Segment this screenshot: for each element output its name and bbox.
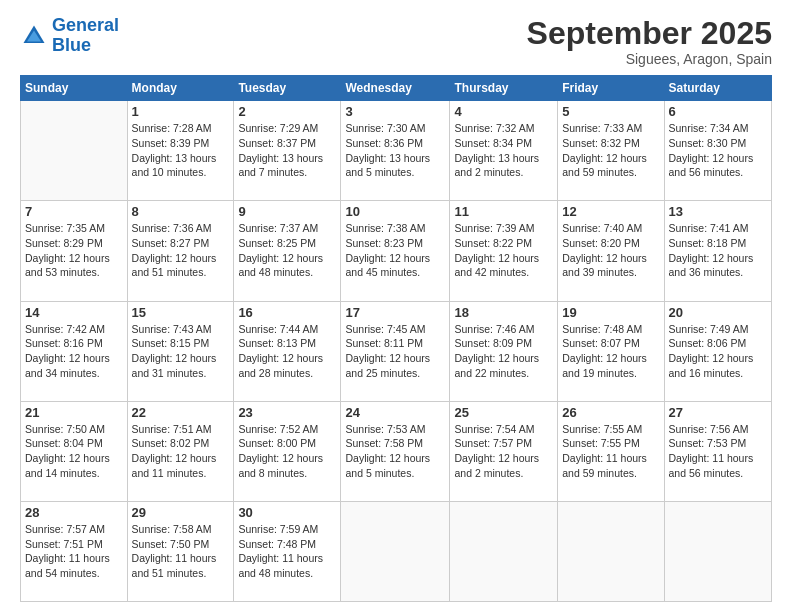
day-detail: Sunrise: 7:53 AM Sunset: 7:58 PM Dayligh… (345, 422, 445, 481)
calendar-cell: 9Sunrise: 7:37 AM Sunset: 8:25 PM Daylig… (234, 201, 341, 301)
week-row-4: 21Sunrise: 7:50 AM Sunset: 8:04 PM Dayli… (21, 401, 772, 501)
calendar-table: SundayMondayTuesdayWednesdayThursdayFrid… (20, 75, 772, 602)
day-detail: Sunrise: 7:56 AM Sunset: 7:53 PM Dayligh… (669, 422, 767, 481)
day-detail: Sunrise: 7:55 AM Sunset: 7:55 PM Dayligh… (562, 422, 659, 481)
day-header-monday: Monday (127, 76, 234, 101)
day-detail: Sunrise: 7:44 AM Sunset: 8:13 PM Dayligh… (238, 322, 336, 381)
calendar-cell: 5Sunrise: 7:33 AM Sunset: 8:32 PM Daylig… (558, 101, 664, 201)
calendar-cell: 4Sunrise: 7:32 AM Sunset: 8:34 PM Daylig… (450, 101, 558, 201)
calendar-cell: 22Sunrise: 7:51 AM Sunset: 8:02 PM Dayli… (127, 401, 234, 501)
day-number: 19 (562, 305, 659, 320)
day-detail: Sunrise: 7:39 AM Sunset: 8:22 PM Dayligh… (454, 221, 553, 280)
day-detail: Sunrise: 7:40 AM Sunset: 8:20 PM Dayligh… (562, 221, 659, 280)
day-number: 26 (562, 405, 659, 420)
day-number: 1 (132, 104, 230, 119)
day-detail: Sunrise: 7:54 AM Sunset: 7:57 PM Dayligh… (454, 422, 553, 481)
calendar-cell (21, 101, 128, 201)
day-number: 27 (669, 405, 767, 420)
header: General Blue September 2025 Siguees, Ara… (20, 16, 772, 67)
day-detail: Sunrise: 7:45 AM Sunset: 8:11 PM Dayligh… (345, 322, 445, 381)
day-number: 4 (454, 104, 553, 119)
day-detail: Sunrise: 7:49 AM Sunset: 8:06 PM Dayligh… (669, 322, 767, 381)
day-number: 6 (669, 104, 767, 119)
week-row-1: 1Sunrise: 7:28 AM Sunset: 8:39 PM Daylig… (21, 101, 772, 201)
calendar-cell: 17Sunrise: 7:45 AM Sunset: 8:11 PM Dayli… (341, 301, 450, 401)
calendar-cell: 25Sunrise: 7:54 AM Sunset: 7:57 PM Dayli… (450, 401, 558, 501)
day-detail: Sunrise: 7:50 AM Sunset: 8:04 PM Dayligh… (25, 422, 123, 481)
calendar-cell: 14Sunrise: 7:42 AM Sunset: 8:16 PM Dayli… (21, 301, 128, 401)
day-header-tuesday: Tuesday (234, 76, 341, 101)
day-detail: Sunrise: 7:41 AM Sunset: 8:18 PM Dayligh… (669, 221, 767, 280)
calendar-cell: 28Sunrise: 7:57 AM Sunset: 7:51 PM Dayli… (21, 501, 128, 601)
calendar-cell: 26Sunrise: 7:55 AM Sunset: 7:55 PM Dayli… (558, 401, 664, 501)
calendar-cell: 18Sunrise: 7:46 AM Sunset: 8:09 PM Dayli… (450, 301, 558, 401)
calendar-cell: 8Sunrise: 7:36 AM Sunset: 8:27 PM Daylig… (127, 201, 234, 301)
calendar-cell: 29Sunrise: 7:58 AM Sunset: 7:50 PM Dayli… (127, 501, 234, 601)
day-detail: Sunrise: 7:29 AM Sunset: 8:37 PM Dayligh… (238, 121, 336, 180)
day-number: 5 (562, 104, 659, 119)
calendar-cell: 21Sunrise: 7:50 AM Sunset: 8:04 PM Dayli… (21, 401, 128, 501)
day-detail: Sunrise: 7:38 AM Sunset: 8:23 PM Dayligh… (345, 221, 445, 280)
day-number: 13 (669, 204, 767, 219)
week-row-2: 7Sunrise: 7:35 AM Sunset: 8:29 PM Daylig… (21, 201, 772, 301)
logo-line1: General (52, 15, 119, 35)
calendar-cell: 13Sunrise: 7:41 AM Sunset: 8:18 PM Dayli… (664, 201, 771, 301)
day-detail: Sunrise: 7:46 AM Sunset: 8:09 PM Dayligh… (454, 322, 553, 381)
week-row-5: 28Sunrise: 7:57 AM Sunset: 7:51 PM Dayli… (21, 501, 772, 601)
day-header-friday: Friday (558, 76, 664, 101)
day-number: 3 (345, 104, 445, 119)
calendar-cell: 20Sunrise: 7:49 AM Sunset: 8:06 PM Dayli… (664, 301, 771, 401)
day-header-wednesday: Wednesday (341, 76, 450, 101)
day-number: 7 (25, 204, 123, 219)
day-number: 28 (25, 505, 123, 520)
calendar-cell (341, 501, 450, 601)
calendar-cell (558, 501, 664, 601)
main-title: September 2025 (527, 16, 772, 51)
logo-line2: Blue (52, 35, 91, 55)
week-row-3: 14Sunrise: 7:42 AM Sunset: 8:16 PM Dayli… (21, 301, 772, 401)
day-number: 12 (562, 204, 659, 219)
day-header-saturday: Saturday (664, 76, 771, 101)
calendar-cell: 23Sunrise: 7:52 AM Sunset: 8:00 PM Dayli… (234, 401, 341, 501)
day-number: 17 (345, 305, 445, 320)
day-header-sunday: Sunday (21, 76, 128, 101)
calendar-cell: 27Sunrise: 7:56 AM Sunset: 7:53 PM Dayli… (664, 401, 771, 501)
day-detail: Sunrise: 7:43 AM Sunset: 8:15 PM Dayligh… (132, 322, 230, 381)
page: General Blue September 2025 Siguees, Ara… (0, 0, 792, 612)
subtitle: Siguees, Aragon, Spain (527, 51, 772, 67)
calendar-cell: 19Sunrise: 7:48 AM Sunset: 8:07 PM Dayli… (558, 301, 664, 401)
day-detail: Sunrise: 7:36 AM Sunset: 8:27 PM Dayligh… (132, 221, 230, 280)
calendar-cell: 16Sunrise: 7:44 AM Sunset: 8:13 PM Dayli… (234, 301, 341, 401)
day-number: 11 (454, 204, 553, 219)
day-detail: Sunrise: 7:32 AM Sunset: 8:34 PM Dayligh… (454, 121, 553, 180)
calendar-cell: 6Sunrise: 7:34 AM Sunset: 8:30 PM Daylig… (664, 101, 771, 201)
day-detail: Sunrise: 7:34 AM Sunset: 8:30 PM Dayligh… (669, 121, 767, 180)
day-number: 15 (132, 305, 230, 320)
day-number: 20 (669, 305, 767, 320)
day-detail: Sunrise: 7:37 AM Sunset: 8:25 PM Dayligh… (238, 221, 336, 280)
day-detail: Sunrise: 7:28 AM Sunset: 8:39 PM Dayligh… (132, 121, 230, 180)
day-detail: Sunrise: 7:57 AM Sunset: 7:51 PM Dayligh… (25, 522, 123, 581)
day-number: 22 (132, 405, 230, 420)
day-number: 21 (25, 405, 123, 420)
day-number: 18 (454, 305, 553, 320)
day-number: 14 (25, 305, 123, 320)
day-number: 9 (238, 204, 336, 219)
day-number: 16 (238, 305, 336, 320)
logo-text: General Blue (52, 16, 119, 56)
day-detail: Sunrise: 7:52 AM Sunset: 8:00 PM Dayligh… (238, 422, 336, 481)
calendar-cell: 1Sunrise: 7:28 AM Sunset: 8:39 PM Daylig… (127, 101, 234, 201)
calendar-cell: 3Sunrise: 7:30 AM Sunset: 8:36 PM Daylig… (341, 101, 450, 201)
calendar-cell: 11Sunrise: 7:39 AM Sunset: 8:22 PM Dayli… (450, 201, 558, 301)
calendar-cell: 12Sunrise: 7:40 AM Sunset: 8:20 PM Dayli… (558, 201, 664, 301)
day-detail: Sunrise: 7:33 AM Sunset: 8:32 PM Dayligh… (562, 121, 659, 180)
calendar-cell (450, 501, 558, 601)
day-number: 2 (238, 104, 336, 119)
day-detail: Sunrise: 7:59 AM Sunset: 7:48 PM Dayligh… (238, 522, 336, 581)
calendar-cell: 2Sunrise: 7:29 AM Sunset: 8:37 PM Daylig… (234, 101, 341, 201)
calendar-cell: 24Sunrise: 7:53 AM Sunset: 7:58 PM Dayli… (341, 401, 450, 501)
calendar-cell: 7Sunrise: 7:35 AM Sunset: 8:29 PM Daylig… (21, 201, 128, 301)
day-number: 29 (132, 505, 230, 520)
calendar-cell: 30Sunrise: 7:59 AM Sunset: 7:48 PM Dayli… (234, 501, 341, 601)
day-number: 30 (238, 505, 336, 520)
